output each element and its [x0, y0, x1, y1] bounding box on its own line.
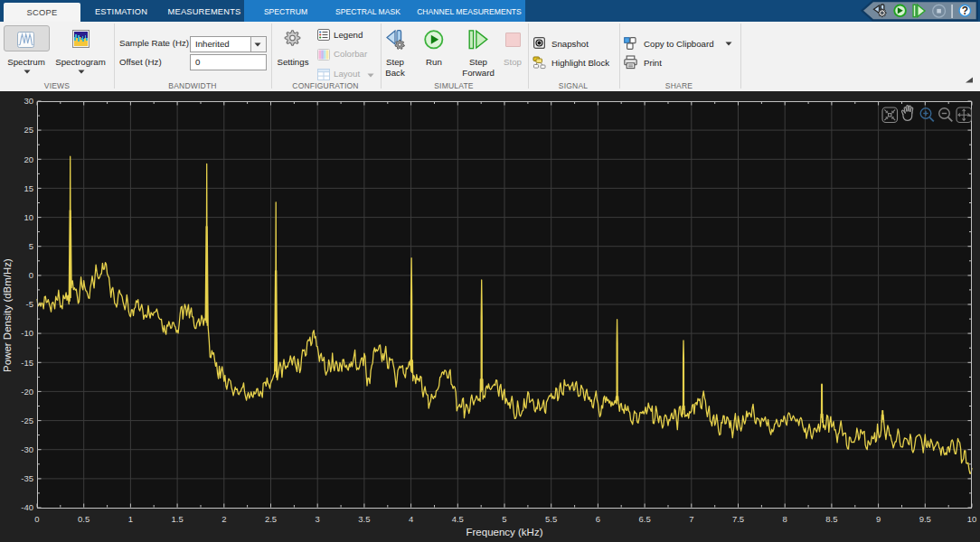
svg-text:0: 0 [34, 514, 39, 524]
svg-text:1.5: 1.5 [171, 514, 183, 524]
svg-text:-5: -5 [26, 299, 33, 309]
svg-text:-40: -40 [21, 502, 33, 512]
svg-text:2.5: 2.5 [265, 514, 277, 524]
svg-text:?: ? [962, 5, 968, 17]
svg-text:3: 3 [316, 514, 320, 524]
svg-text:6: 6 [596, 514, 600, 524]
svg-text:10: 10 [24, 212, 33, 222]
svg-text:8.5: 8.5 [825, 514, 837, 524]
svg-text:-35: -35 [21, 473, 33, 483]
svg-text:4: 4 [409, 514, 413, 524]
svg-text:0.5: 0.5 [78, 514, 90, 524]
svg-text:-25: -25 [21, 416, 33, 425]
svg-text:10: 10 [967, 514, 977, 524]
svg-text:5: 5 [29, 241, 33, 251]
svg-text:15: 15 [24, 183, 33, 193]
svg-text:0: 0 [29, 270, 33, 280]
svg-text:-10: -10 [21, 328, 33, 338]
svg-text:2: 2 [221, 514, 226, 524]
svg-text:9: 9 [876, 514, 881, 524]
svg-text:30: 30 [24, 96, 33, 106]
svg-text:5.5: 5.5 [545, 514, 557, 524]
svg-text:-30: -30 [21, 444, 33, 454]
svg-text:5: 5 [502, 514, 506, 524]
svg-text:8: 8 [783, 514, 787, 524]
svg-text:Frequency (kHz): Frequency (kHz) [466, 527, 543, 537]
svg-text:7.5: 7.5 [732, 514, 744, 524]
svg-text:1: 1 [128, 514, 133, 524]
svg-text:3.5: 3.5 [358, 514, 370, 524]
svg-text:6.5: 6.5 [638, 514, 650, 524]
svg-text:Power Density (dBm/Hz): Power Density (dBm/Hz) [2, 258, 13, 372]
svg-text:7: 7 [689, 514, 693, 524]
svg-text:9.5: 9.5 [919, 514, 931, 524]
svg-text:4.5: 4.5 [452, 514, 464, 524]
svg-text:25: 25 [24, 125, 33, 135]
svg-text:-15: -15 [21, 358, 33, 368]
svg-text:-20: -20 [21, 387, 33, 397]
svg-text:20: 20 [24, 154, 33, 164]
